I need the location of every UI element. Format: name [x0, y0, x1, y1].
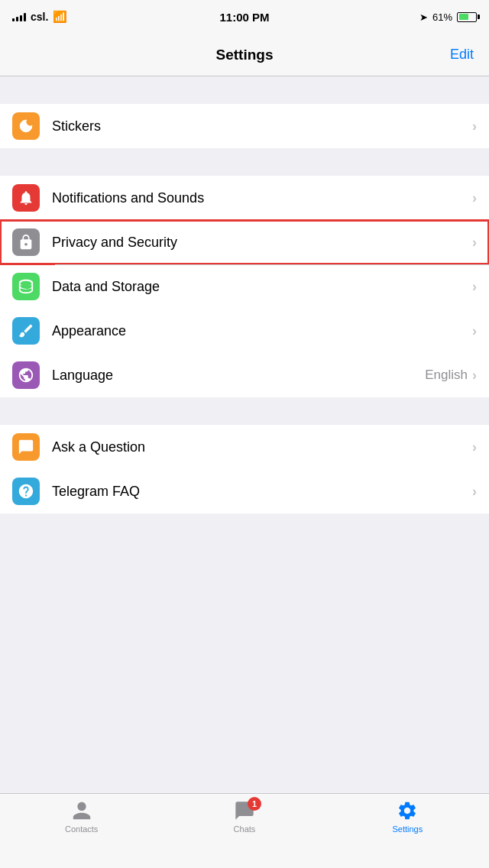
ask-label: Ask a Question [52, 439, 472, 455]
privacy-label: Privacy and Security [52, 235, 472, 251]
notifications-label: Notifications and Sounds [52, 190, 472, 206]
data-item[interactable]: Data and Storage › [0, 264, 489, 309]
appearance-item[interactable]: Appearance › [0, 309, 489, 353]
person-svg [71, 800, 92, 821]
gear-svg [397, 800, 418, 821]
ask-item[interactable]: Ask a Question › [0, 425, 489, 469]
faq-icon [12, 478, 40, 505]
section-stickers: Stickers › [0, 104, 489, 148]
chats-badge: 1 [248, 797, 261, 811]
brush-svg [18, 322, 34, 339]
status-left: csl. 📶 [12, 10, 67, 24]
signal-bars-icon [12, 12, 26, 21]
privacy-icon [12, 228, 40, 256]
faq-chevron: › [472, 484, 477, 500]
battery-icon [457, 12, 477, 22]
appearance-chevron: › [472, 323, 477, 339]
question-svg [18, 483, 34, 500]
settings-tab-label: Settings [392, 824, 423, 834]
tab-chats[interactable]: 1 Chats [163, 800, 325, 834]
stickers-item[interactable]: Stickers › [0, 104, 489, 148]
contacts-tab-icon [71, 800, 92, 821]
ask-icon [12, 433, 40, 461]
privacy-item[interactable]: Privacy and Security › [0, 220, 489, 264]
tab-contacts[interactable]: Contacts [0, 800, 163, 834]
data-chevron: › [472, 279, 477, 295]
battery-fill [459, 14, 469, 20]
data-label: Data and Storage [52, 279, 472, 295]
edit-button[interactable]: Edit [450, 47, 474, 63]
nav-bar: Settings Edit [0, 34, 489, 76]
contacts-tab-label: Contacts [65, 824, 98, 834]
chats-tab-label: Chats [234, 824, 256, 834]
section-gap-bottom [0, 513, 489, 541]
tab-settings[interactable]: Settings [326, 800, 489, 834]
section-gap-top [0, 76, 489, 104]
faq-item[interactable]: Telegram FAQ › [0, 469, 489, 513]
appearance-icon [12, 317, 40, 345]
section-main-settings: Notifications and Sounds › Privacy and S… [0, 176, 489, 397]
globe-svg [18, 367, 34, 384]
language-icon [12, 361, 40, 389]
status-bar: csl. 📶 11:00 PM ➤ 61% [0, 0, 489, 34]
data-icon [12, 273, 40, 300]
section-gap-2 [0, 148, 489, 176]
status-time: 11:00 PM [219, 11, 269, 24]
section-help: Ask a Question › Telegram FAQ › [0, 425, 489, 513]
notifications-icon [12, 184, 40, 212]
privacy-chevron: › [472, 235, 477, 251]
chat-svg [18, 439, 34, 455]
location-icon: ➤ [419, 11, 428, 23]
appearance-label: Appearance [52, 323, 472, 339]
faq-label: Telegram FAQ [52, 484, 472, 500]
ask-chevron: › [472, 439, 477, 455]
sticker-svg [18, 118, 34, 134]
notifications-chevron: › [472, 190, 477, 206]
chats-tab-icon: 1 [234, 800, 255, 821]
stickers-icon [12, 112, 40, 140]
language-value: English [425, 368, 468, 383]
tab-bar: Contacts 1 Chats Settings [0, 793, 489, 868]
stickers-chevron: › [472, 118, 477, 134]
wifi-icon: 📶 [53, 10, 67, 24]
section-gap-3 [0, 397, 489, 425]
page-title: Settings [216, 47, 274, 63]
settings-content: Stickers › Notifications and Sounds › Pr… [0, 76, 489, 541]
language-chevron: › [472, 368, 477, 384]
storage-svg [18, 278, 34, 295]
carrier-label: csl. [31, 11, 48, 23]
status-right: ➤ 61% [419, 11, 477, 23]
language-label: Language [52, 368, 425, 384]
battery-percent: 61% [432, 11, 452, 23]
lock-svg [18, 234, 34, 251]
notifications-item[interactable]: Notifications and Sounds › [0, 176, 489, 220]
bell-svg [18, 189, 34, 206]
language-item[interactable]: Language English › [0, 353, 489, 397]
stickers-label: Stickers [52, 118, 472, 134]
settings-tab-icon [397, 800, 418, 821]
